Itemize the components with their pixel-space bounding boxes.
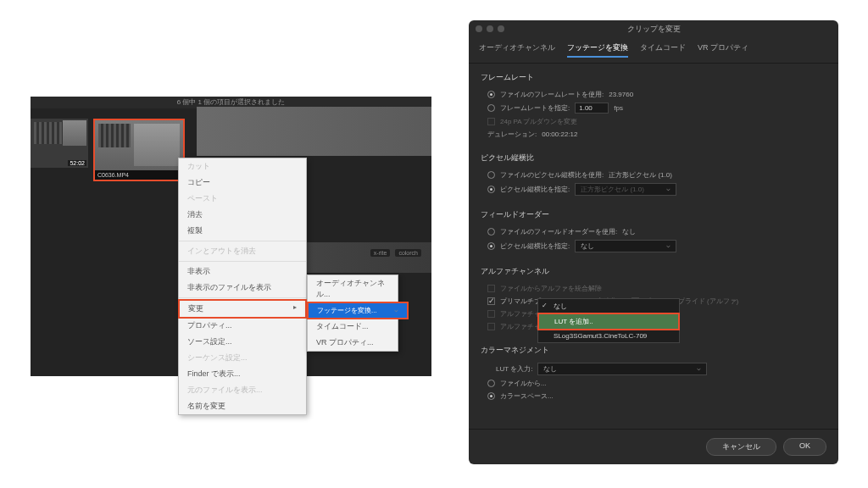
project-panel: 6 個中 1 個の項目が選択されました 52:02 C0636.MP4 x-ri…	[31, 97, 431, 376]
ctx-clear[interactable]: 消去	[179, 207, 306, 223]
tab-interpret-footage[interactable]: フッテージを変換	[567, 42, 628, 58]
ctx-show-hidden[interactable]: 非表示のファイルを表示	[179, 280, 306, 296]
thumbnail-badges: x-ritecolorch	[370, 249, 421, 257]
lut-option-none[interactable]: なし	[538, 299, 679, 313]
ctx-cut: カット	[179, 158, 306, 175]
select-par[interactable]: 正方形ピクセル (1.0)	[575, 183, 676, 196]
chk-alpha-invert	[487, 323, 495, 330]
section-color-management: カラーマネジメント LUT を入力:なし ファイルから... カラースペース..…	[481, 345, 826, 402]
section-framerate: フレームレート ファイルのフレームレートを使用:23.9760 フレームレートを…	[481, 72, 826, 141]
ctx-source-settings[interactable]: ソース設定...	[179, 334, 306, 350]
ctx-clear-inout: インとアウトを消去	[179, 243, 306, 259]
radio-conform-par[interactable]	[487, 186, 495, 193]
context-menu[interactable]: カット コピー ペースト 消去 複製 インとアウトを消去 非表示 非表示のファイ…	[178, 158, 307, 415]
sub-vr-properties[interactable]: VR プロパティ...	[308, 335, 398, 351]
ctx-reveal-finder[interactable]: Finder で表示...	[179, 366, 306, 382]
lut-option-preset[interactable]: SLog3SGamut3.CineToLC-709	[538, 330, 679, 342]
dialog-titlebar: クリップを変更	[469, 20, 838, 37]
ctx-sequence-settings: シーケンス設定...	[179, 350, 306, 366]
chk-alpha-use	[487, 310, 495, 318]
radio-use-file-field[interactable]	[487, 228, 495, 236]
ctx-modify[interactable]: 変更	[178, 299, 307, 319]
select-input-lut[interactable]: なし	[537, 363, 707, 375]
tab-vr-properties[interactable]: VR プロパティ	[698, 42, 748, 58]
tab-audio-channels[interactable]: オーディオチャンネル	[479, 42, 555, 58]
radio-lut-colorspace[interactable]	[487, 392, 495, 400]
select-field-order[interactable]: なし	[575, 240, 676, 252]
modify-clip-dialog: クリップを変更 オーディオチャンネル フッテージを変換 タイムコード VR プロ…	[469, 20, 838, 464]
ctx-paste: ペースト	[179, 191, 306, 207]
radio-assume-fps[interactable]	[487, 104, 495, 112]
sub-interpret-footage[interactable]: フッテージを変換...	[307, 302, 409, 319]
radio-use-file-fps[interactable]	[487, 91, 495, 98]
ctx-reveal-original: 元のファイルを表示...	[179, 382, 306, 398]
chk-alpha-premult[interactable]	[487, 297, 495, 305]
clip-thumbnail-small[interactable]: 52:02	[31, 119, 88, 168]
chk-remove-pulldown	[487, 118, 495, 125]
ok-button[interactable]: OK	[783, 438, 826, 456]
section-pixel-aspect: ピクセル縦横比 ファイルのピクセル縦横比を使用:正方形ピクセル (1.0) ピク…	[481, 152, 826, 197]
ctx-hide[interactable]: 非表示	[179, 263, 306, 280]
dialog-tabs: オーディオチャンネル フッテージを変換 タイムコード VR プロパティ	[469, 37, 838, 64]
input-fps[interactable]: 1.00	[575, 103, 609, 114]
ctx-copy[interactable]: コピー	[179, 175, 306, 191]
dialog-footer: キャンセル OK	[469, 429, 838, 464]
section-field-order: フィールドオーダー ファイルのフィールドオーダーを使用:なし ピクセル縦横比を指…	[481, 209, 826, 254]
sub-timecode[interactable]: タイムコード...	[308, 319, 398, 335]
tab-timecode[interactable]: タイムコード	[640, 42, 686, 58]
context-submenu-modify[interactable]: オーディオチャンネル... フッテージを変換... タイムコード... VR プ…	[307, 274, 398, 352]
sub-audio-channels[interactable]: オーディオチャンネル...	[308, 275, 398, 302]
radio-lut-from-file[interactable]	[487, 380, 495, 387]
lut-option-add[interactable]: LUT を追加..	[537, 313, 680, 330]
dialog-title: クリップを変更	[469, 24, 838, 35]
radio-conform-field[interactable]	[487, 242, 495, 250]
clip-thumbnail-selected[interactable]: C0636.MP4	[93, 119, 185, 181]
clip-timestamp: 52:02	[68, 160, 86, 166]
chk-alpha-ignore	[487, 285, 495, 292]
ctx-properties[interactable]: プロパティ...	[179, 318, 306, 334]
clip-filename: C0636.MP4	[95, 170, 183, 180]
cancel-button[interactable]: キャンセル	[706, 438, 776, 456]
ctx-duplicate[interactable]: 複製	[179, 223, 306, 239]
ctx-rename[interactable]: 名前を変更	[179, 398, 306, 414]
radio-use-file-par[interactable]	[487, 171, 495, 179]
lut-dropdown[interactable]: なし LUT を追加.. SLog3SGamut3.CineToLC-709	[537, 298, 680, 343]
